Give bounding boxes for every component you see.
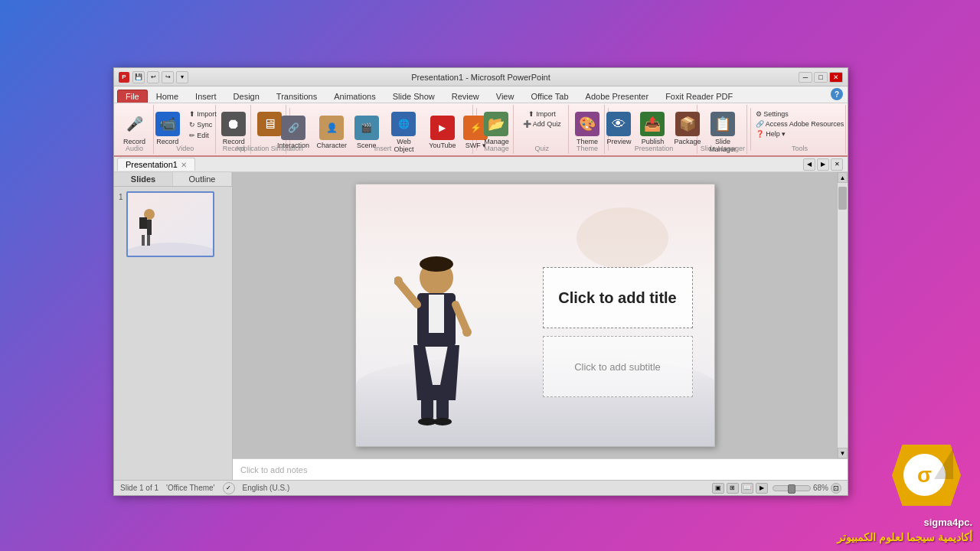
- video-group-label: Video: [176, 145, 194, 152]
- tab-adobe[interactable]: Adobe Presenter: [577, 90, 658, 103]
- reading-view-btn[interactable]: 📖: [741, 483, 753, 494]
- audio-group-label: Audio: [126, 145, 143, 152]
- help-tools-button[interactable]: ❓ Help ▾: [753, 129, 789, 139]
- close-button[interactable]: ✕: [829, 72, 843, 83]
- scroll-left-btn[interactable]: ◀: [803, 158, 815, 171]
- slidemanager-icon: 📋: [710, 112, 735, 136]
- main-area: Slides Outline 1: [114, 172, 848, 480]
- language-info: English (U.S.): [243, 484, 290, 492]
- vertical-scrollbar[interactable]: ▲ ▼: [837, 172, 848, 458]
- insert-group-label: Insert: [374, 145, 392, 152]
- tab-animations[interactable]: Animations: [325, 90, 384, 103]
- record-audio-button[interactable]: 🎤 Record: [119, 109, 151, 148]
- manage-icon: 📂: [484, 112, 508, 136]
- theme-button[interactable]: 🎨 Theme: [571, 109, 603, 148]
- slide-sorter-btn[interactable]: ⊞: [727, 483, 739, 494]
- zoom-slider[interactable]: [773, 485, 811, 491]
- import-video-button[interactable]: ⬆ Import: [187, 109, 219, 119]
- tab-design[interactable]: Design: [225, 90, 268, 103]
- window-title: Presentation1 - Microsoft PowerPoint: [411, 73, 550, 82]
- slide-1-thumbnail[interactable]: [126, 191, 214, 257]
- publish-icon: 📤: [640, 112, 665, 136]
- edit-video-button[interactable]: ✏ Edit: [187, 131, 219, 140]
- slide-title-placeholder[interactable]: Click to add title: [543, 267, 693, 328]
- scroll-track: [838, 183, 848, 448]
- view-buttons: ▣ ⊞ 📖 ▶: [712, 483, 768, 494]
- title-bar: P 💾 ↩ ↪ ▾ Presentation1 - Microsoft Powe…: [114, 68, 848, 86]
- quiz-group-label: Quiz: [535, 145, 550, 152]
- redo-qat-btn[interactable]: ↪: [162, 71, 174, 83]
- minimize-button[interactable]: ─: [799, 72, 812, 83]
- sigma-triangle: [934, 448, 953, 479]
- scroll-up-btn[interactable]: ▲: [838, 172, 848, 183]
- zoom-thumb: [788, 484, 795, 494]
- settings-button[interactable]: ⚙ Settings: [753, 109, 791, 119]
- add-quiz-button[interactable]: ➕ Add Quiz: [521, 119, 564, 129]
- tab-foxit[interactable]: Foxit Reader PDF: [657, 90, 741, 103]
- customize-qat-btn[interactable]: ▾: [176, 71, 188, 83]
- save-qat-btn[interactable]: 💾: [132, 71, 145, 83]
- powerpoint-icon: P: [119, 72, 129, 83]
- slides-tab[interactable]: Slides: [114, 172, 173, 186]
- record-video-button[interactable]: 📹 Record: [152, 109, 184, 148]
- doc-tab-close-button[interactable]: ✕: [181, 161, 187, 169]
- tab-view[interactable]: View: [488, 90, 523, 103]
- help-button[interactable]: ?: [831, 88, 843, 100]
- sigma-logo: σ: [888, 445, 972, 514]
- quick-access-toolbar: 💾 ↩ ↪ ▾: [132, 71, 188, 83]
- slide-panel: Slides Outline 1: [114, 172, 233, 480]
- svg-line-12: [398, 282, 417, 305]
- slide-1-wrapper: 1: [119, 191, 227, 257]
- interaction-icon: 🔗: [281, 116, 305, 140]
- status-right: ▣ ⊞ 📖 ▶ 68% ⊡: [712, 483, 841, 494]
- slide-info: Slide 1 of 1: [120, 484, 158, 492]
- theme-icon: 🎨: [575, 112, 599, 136]
- slidemanager-group-label: Slide Manager: [701, 145, 745, 152]
- scroll-thumb[interactable]: [838, 187, 847, 210]
- watermark: σ sigma4pc. أكاديمية سيجما لعلوم الكمبيو…: [837, 445, 972, 543]
- theme-info: 'Office Theme': [166, 484, 214, 492]
- theme-group-label: Theme: [577, 145, 598, 152]
- ribbon-group-video: 📹 Record ⬆ Import ↻ Sync ✏ Edit Video: [155, 105, 216, 154]
- doc-tab-presentation1[interactable]: Presentation1 ✕: [117, 158, 195, 171]
- svg-rect-7: [139, 217, 147, 229]
- tab-transitions[interactable]: Transitions: [268, 90, 325, 103]
- record-button[interactable]: ⏺ Record: [217, 109, 250, 148]
- svg-point-15: [462, 328, 472, 337]
- undo-qat-btn[interactable]: ↩: [147, 71, 159, 83]
- tab-officetab[interactable]: Office Tab: [522, 90, 577, 103]
- scene-icon: 🎬: [354, 116, 379, 140]
- slide-subtitle-placeholder[interactable]: Click to add subtitle: [543, 336, 693, 397]
- status-bar: Slide 1 of 1 'Office Theme' ✓ English (U…: [114, 480, 848, 495]
- close-doc-btn[interactable]: ✕: [831, 158, 843, 171]
- scroll-right-btn[interactable]: ▶: [817, 158, 829, 171]
- notes-area[interactable]: Click to add notes: [233, 458, 848, 480]
- tab-insert[interactable]: Insert: [187, 90, 225, 103]
- tab-slideshow[interactable]: Slide Show: [384, 90, 443, 103]
- publish-button[interactable]: 📤 Publish: [636, 109, 668, 148]
- preview-button[interactable]: 👁 Preview: [603, 109, 635, 148]
- tab-file[interactable]: File: [117, 90, 148, 103]
- svg-rect-16: [421, 396, 433, 419]
- manage-group-label: Manage: [484, 145, 509, 152]
- interaction-button[interactable]: 🔗 Interaction: [274, 113, 312, 152]
- package-icon: 📦: [675, 112, 700, 136]
- import-quiz-button[interactable]: ⬆ Import: [526, 109, 558, 119]
- manage-button[interactable]: 📂 Manage: [480, 109, 513, 148]
- tab-review[interactable]: Review: [443, 90, 488, 103]
- character-button[interactable]: 👤 Character: [314, 113, 350, 152]
- slideshow-view-btn[interactable]: ▶: [756, 483, 768, 494]
- sync-button[interactable]: ↻ Sync: [187, 120, 219, 129]
- watermark-brand: sigma4pc.: [923, 517, 972, 528]
- svg-rect-5: [142, 235, 145, 246]
- normal-view-btn[interactable]: ▣: [712, 483, 724, 494]
- slide-bg-decoration: [577, 207, 668, 269]
- video-icon: 📹: [155, 112, 180, 136]
- tab-home[interactable]: Home: [148, 90, 187, 103]
- adobe-resources-button[interactable]: 🔗 Access Adobe Resources: [753, 119, 847, 129]
- slide-canvas[interactable]: Click to add title Click to add subtitle: [355, 184, 715, 447]
- maximize-button[interactable]: □: [814, 72, 828, 83]
- microphone-icon: 🎤: [122, 112, 147, 136]
- outline-tab[interactable]: Outline: [173, 172, 232, 186]
- youtube-button[interactable]: ▶ YouTube: [426, 113, 459, 152]
